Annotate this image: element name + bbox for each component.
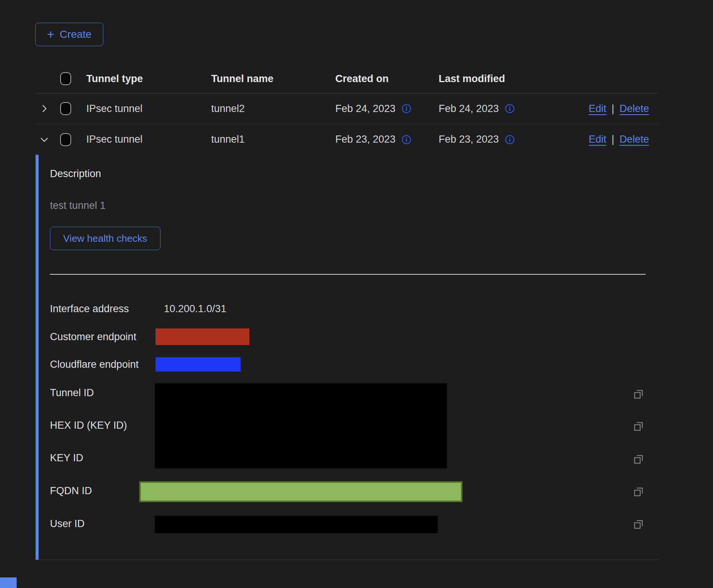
column-header-tunnel-name: Tunnel name [203,73,327,85]
tunnel-id-label: Tunnel ID [50,386,94,400]
info-icon[interactable] [402,135,411,145]
row-checkbox[interactable] [60,102,71,115]
key-id-label: KEY ID [50,451,83,465]
copy-icon [632,453,645,466]
hex-id-label: HEX ID (KEY ID) [50,418,127,432]
tunnel-name-cell: tunnel2 [203,103,327,115]
last-modified-cell: Feb 23, 2023 [439,134,499,145]
customer-endpoint-redaction [156,328,249,345]
column-header-tunnel-type: Tunnel type [78,73,203,85]
copy-key-id-button[interactable] [632,453,646,466]
fqdn-id-redaction [139,481,462,502]
last-modified-cell: Feb 24, 2023 [439,103,499,115]
column-header-last-modified: Last modified [430,73,553,85]
cloudflare-endpoint-redaction [156,357,241,372]
collapse-row-button[interactable] [35,134,53,145]
edit-link[interactable]: Edit [588,134,606,145]
tunnel-type-cell: IPsec tunnel [78,103,203,115]
fqdn-id-label: FQDN ID [50,484,92,498]
cloudflare-endpoint-label: Cloudflare endpoint [50,358,139,371]
interface-address-value: 10.200.1.0/31 [164,302,226,316]
user-id-redaction [155,516,438,533]
actions-separator: | [612,134,614,145]
table-row-tunnel2: IPsec tunnel tunnel2 Feb 24, 2023 Feb 24… [35,93,659,124]
copy-hex-id-button[interactable] [632,420,646,433]
tunnel-type-cell: IPsec tunnel [78,134,203,145]
create-button[interactable]: + Create [35,23,103,46]
select-all-checkbox[interactable] [60,72,71,85]
copy-icon [632,518,645,531]
ids-redaction-block [155,383,447,468]
edit-link[interactable]: Edit [588,103,606,115]
actions-separator: | [612,103,614,115]
expanded-row-detail: Description test tunnel 1 View health ch… [35,155,659,560]
info-icon[interactable] [505,104,515,114]
section-divider [50,274,646,275]
copy-user-id-button[interactable] [632,518,646,531]
chevron-right-icon [39,103,50,114]
created-on-cell: Feb 23, 2023 [335,134,395,145]
view-health-checks-button[interactable]: View health checks [50,227,160,250]
row-checkbox[interactable] [60,133,71,146]
info-icon[interactable] [505,135,515,145]
expand-row-button[interactable] [35,103,53,114]
description-label: Description [50,167,101,180]
tunnels-page: + Create Tunnel type Tunnel name Created… [0,0,713,588]
delete-link[interactable]: Delete [620,103,649,115]
copy-tunnel-id-button[interactable] [632,387,646,401]
expanded-row-accent-bar [36,155,39,560]
copy-icon [632,420,645,433]
bottom-edge-accent-fragment [0,577,17,588]
created-on-cell: Feb 24, 2023 [335,103,395,115]
user-id-label: User ID [50,517,85,530]
column-header-created-on: Created on [327,73,430,85]
tunnel-name-cell: tunnel1 [203,134,327,145]
interface-address-label: Interface address [50,302,129,316]
info-icon[interactable] [402,104,411,114]
chevron-down-icon [39,134,50,145]
table-row-tunnel1: IPsec tunnel tunnel1 Feb 23, 2023 Feb 23… [35,124,659,155]
description-value: test tunnel 1 [50,199,106,212]
delete-link[interactable]: Delete [620,134,649,145]
create-button-label: Create [60,28,92,40]
copy-icon [632,485,645,498]
plus-icon: + [47,28,54,40]
customer-endpoint-label: Customer endpoint [50,330,136,344]
table-header-row: Tunnel type Tunnel name Created on Last … [35,64,659,93]
copy-fqdn-id-button[interactable] [632,485,646,499]
copy-icon [632,388,645,401]
